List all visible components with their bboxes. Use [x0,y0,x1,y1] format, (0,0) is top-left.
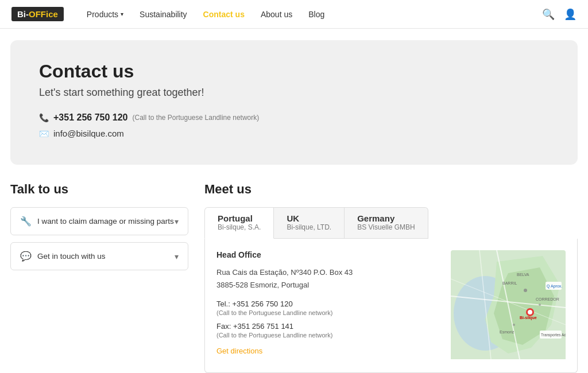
tel-note: (Call to the Portuguese Landline network… [216,309,439,316]
tab-country-name: Portugal [218,213,261,223]
svg-text:BARRIL: BARRIL [502,281,517,285]
email-icon: ✉️ [39,129,49,138]
accordion-left: 💬 Get in touch with us [20,251,106,262]
email-address: info@bisilque.com [53,129,124,138]
phone-row: 📞 +351 256 750 120 (Call to the Portugue… [39,112,549,123]
office-fax: Fax: +351 256 751 141 [216,322,439,331]
svg-text:Transportes Adelino: Transportes Adelino [541,333,566,337]
phone-note: (Call to the Portuguese Landline network… [132,114,259,122]
damage-label: I want to claim damage or missing parts [37,217,174,226]
office-info: Head Office Rua Cais da Estação, Nº340 P… [216,250,439,361]
office-tel: Tel.: +351 256 750 120 [216,300,439,308]
svg-text:BELVA: BELVA [517,273,529,277]
svg-point-10 [513,324,515,326]
search-icon[interactable]: 🔍 [542,8,555,21]
logo-text: Bi-OFFice [17,9,58,19]
tab-germany[interactable]: Germany BS Visuelle GMBH [345,207,428,239]
talk-title: Talk to us [10,182,188,197]
user-icon[interactable]: 👤 [564,8,577,21]
contact-accordion[interactable]: 💬 Get in touch with us ▾ [10,242,188,270]
page-title: Contact us [39,61,549,82]
fax-note: (Call to the Portuguese Landline network… [216,332,439,339]
tab-content: Head Office Rua Cais da Estação, Nº340 P… [204,239,578,373]
office-title: Head Office [216,250,439,259]
phone-icon: 📞 [39,113,49,122]
tab-country-name: UK [287,213,331,223]
address-line2: 3885-528 Esmoriz, Portugal [216,279,439,292]
meet-section: Meet us Portugal Bi-silque, S.A. UK Bi-s… [204,182,578,373]
map-container: BARRIL BELVA CORREDOR Bi-silque Esmoriz … [451,250,566,361]
country-tabs: Portugal Bi-silque, S.A. UK Bi-silque, L… [204,207,578,239]
header: Bi-OFFice Products ▾ Sustainability Cont… [0,0,588,29]
tab-company-name: BS Visuelle GMBH [357,223,415,231]
svg-text:Esmoriz: Esmoriz [500,330,514,334]
chevron-down-icon: ▾ [175,217,179,226]
svg-point-8 [524,289,527,292]
get-directions-link[interactable]: Get directions [216,347,262,355]
damage-accordion[interactable]: 🔧 I want to claim damage or missing part… [10,207,188,235]
map-visual: BARRIL BELVA CORREDOR Bi-silque Esmoriz … [451,250,566,359]
hero-section: Contact us Let's start something great t… [10,40,578,165]
talk-section: Talk to us 🔧 I want to claim damage or m… [10,182,188,373]
chevron-down-icon: ▾ [121,11,123,17]
svg-point-12 [528,310,532,314]
tab-portugal[interactable]: Portugal Bi-silque, S.A. [204,207,274,239]
tab-company-name: Bi-silque, S.A. [218,223,261,231]
chevron-down-icon: ▾ [175,252,179,261]
svg-text:CORREDOR: CORREDOR [536,297,559,301]
header-actions: 🔍 👤 [542,8,577,21]
logo-box: Bi-OFFice [11,7,64,21]
tab-uk[interactable]: UK Bi-silque, LTD. [274,207,345,239]
email-row: ✉️ info@bisilque.com [39,129,549,138]
nav-blog[interactable]: Blog [308,10,324,19]
office-address: Rua Cais da Estação, Nº340 P.O. Box 43 3… [216,266,439,292]
meet-title: Meet us [204,182,578,197]
svg-text:Q Aprox.: Q Aprox. [547,284,562,289]
tab-country-name: Germany [357,213,415,223]
address-line1: Rua Cais da Estação, Nº340 P.O. Box 43 [216,266,439,279]
svg-point-9 [539,304,541,306]
wrench-icon: 🔧 [20,216,32,227]
logo[interactable]: Bi-OFFice [11,7,64,21]
main-content: Talk to us 🔧 I want to claim damage or m… [0,176,588,373]
accordion-left: 🔧 I want to claim damage or missing part… [20,216,174,227]
nav-sustainability[interactable]: Sustainability [140,10,187,19]
phone-number: +351 256 750 120 [53,112,127,123]
nav-about[interactable]: About us [261,10,292,19]
tab-company-name: Bi-silque, LTD. [287,223,331,231]
contact-label: Get in touch with us [37,252,106,261]
svg-text:Bi-silque: Bi-silque [520,316,537,320]
nav-products[interactable]: Products ▾ [87,10,123,19]
message-icon: 💬 [20,251,32,262]
main-nav: Products ▾ Sustainability Contact us Abo… [87,10,542,19]
nav-contact[interactable]: Contact us [203,10,245,19]
hero-subtitle: Let's start something great together! [39,87,549,99]
